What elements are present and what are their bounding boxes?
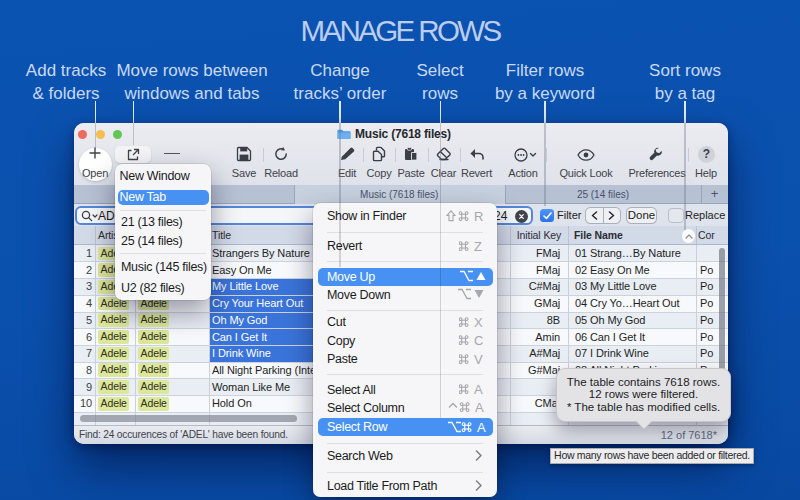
svg-text:A: A: [477, 421, 486, 433]
svg-text:A: A: [474, 383, 483, 395]
svg-text:A: A: [475, 401, 484, 413]
svg-text:X: X: [474, 316, 483, 328]
svg-text:R: R: [474, 210, 483, 222]
svg-text:V: V: [474, 353, 483, 365]
svg-text:C: C: [474, 334, 483, 346]
svg-text:Z: Z: [474, 240, 482, 252]
